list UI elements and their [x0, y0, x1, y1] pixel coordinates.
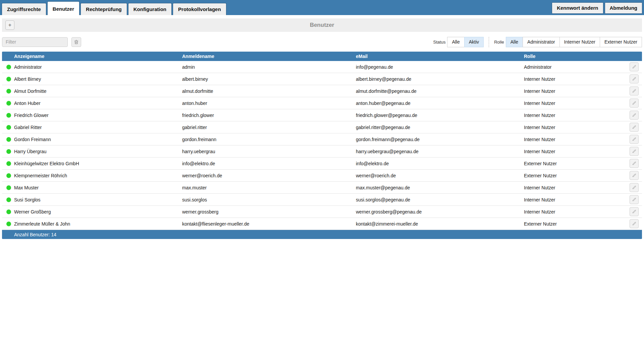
pencil-icon [632, 209, 636, 214]
email-cell: albert.birney@pegenau.de [356, 76, 524, 82]
role-filter-externer-nutzer[interactable]: Externer Nutzer [600, 37, 642, 47]
display-name-cell: Friedrich Glower [14, 113, 182, 118]
display-name-cell: Max Muster [14, 185, 182, 190]
login-name-cell: info@elektro.de [182, 161, 356, 166]
status-cell [2, 222, 14, 226]
display-name-cell: Anton Huber [14, 101, 182, 106]
pencil-icon [632, 101, 636, 105]
column-header-anzeigename: Anzeigename [14, 54, 182, 59]
tab-protokollvorlagen[interactable]: Protokollvorlagen [173, 3, 226, 15]
table-row: Almut Dorfmittealmut.dorfmittealmut.dorf… [2, 85, 642, 97]
status-cell [2, 113, 14, 118]
email-cell: gordon.freimann@pegenau.de [356, 137, 524, 142]
edit-user-button[interactable] [630, 159, 639, 168]
column-header-rolle: Rolle [524, 54, 627, 59]
table-row: Friedrich Glowerfriedrich.glowerfriedric… [2, 109, 642, 121]
tab-konfiguration[interactable]: Konfiguration [128, 3, 172, 15]
display-name-cell: Gordon Freimann [14, 137, 182, 142]
status-cell [2, 77, 14, 81]
edit-cell [627, 86, 642, 96]
role-filter-alle[interactable]: Alle [506, 37, 523, 47]
edit-user-button[interactable] [630, 74, 639, 83]
role-cell: Interner Nutzer [524, 137, 627, 142]
pencil-icon [632, 173, 636, 178]
user-count-label: Anzahl Benutzer: 14 [14, 232, 56, 237]
edit-cell [627, 147, 642, 156]
edit-cell [627, 135, 642, 144]
status-active-dot [6, 222, 11, 226]
pencil-icon [632, 113, 636, 117]
tab-rechteprufung[interactable]: Rechteprüfung [80, 3, 127, 15]
edit-user-button[interactable] [630, 183, 639, 192]
page-header: + Benutzer [2, 18, 642, 32]
status-filter-group: AlleAktiv [447, 37, 484, 47]
email-cell: susi.sorglos@pegenau.de [356, 197, 524, 202]
edit-user-button[interactable] [630, 99, 639, 108]
edit-user-button[interactable] [630, 111, 639, 120]
email-cell: almut.dorfmitte@pegenau.de [356, 88, 524, 94]
login-name-cell: max.muster [182, 185, 356, 190]
status-active-dot [6, 173, 11, 178]
edit-cell [627, 99, 642, 108]
role-cell: Externer Nutzer [524, 161, 627, 166]
edit-cell [627, 74, 642, 83]
role-cell: Interner Nutzer [524, 125, 627, 130]
role-cell: Interner Nutzer [524, 113, 627, 118]
status-cell [2, 161, 14, 166]
table-body: Administratoradmininfo@pegenau.deAdminis… [2, 61, 642, 230]
table-footer: Anzahl Benutzer: 14 [2, 230, 642, 239]
tab-zugriffsrechte[interactable]: Zugriffsrechte [2, 3, 46, 15]
status-filter-aktiv[interactable]: Aktiv [464, 37, 484, 47]
kennwort-andern-button[interactable]: Kennwort ändern [552, 2, 603, 14]
status-cell [2, 149, 14, 154]
role-cell: Externer Nutzer [524, 221, 627, 227]
filter-controls [2, 37, 81, 47]
add-user-button[interactable]: + [5, 20, 14, 30]
table-row: Zimmerleute Müller & Johnkontakt@fliesen… [2, 218, 642, 230]
login-name-cell: almut.dorfmitte [182, 88, 356, 94]
edit-cell [627, 171, 642, 180]
clear-filter-button[interactable] [71, 37, 81, 47]
display-name-cell: Albert Birney [14, 76, 182, 82]
status-cell [2, 197, 14, 202]
page-title: Benutzer [2, 22, 642, 28]
trash-icon [74, 40, 78, 44]
table-row: Albert Birneyalbert.birneyalbert.birney@… [2, 73, 642, 85]
pencil-icon [632, 222, 636, 226]
status-active-dot [6, 209, 11, 214]
edit-cell [627, 62, 642, 71]
edit-cell [627, 207, 642, 216]
edit-user-button[interactable] [630, 135, 639, 144]
edit-cell [627, 195, 642, 204]
role-filter-administrator[interactable]: Administrator [523, 37, 559, 47]
status-filter-alle[interactable]: Alle [447, 37, 464, 47]
edit-user-button[interactable] [630, 195, 639, 204]
edit-user-button[interactable] [630, 86, 639, 96]
table-header-row: AnzeigenameAnmeldenameeMailRolle [2, 52, 642, 61]
tab-benutzer[interactable]: Benutzer [47, 1, 79, 15]
table-row: Harry Übergrauharry.uebergrauharry.ueber… [2, 145, 642, 158]
table-row: Max Mustermax.mustermax.muster@pegenau.d… [2, 182, 642, 194]
edit-user-button[interactable] [630, 147, 639, 156]
role-filter-interner-nutzer[interactable]: Interner Nutzer [559, 37, 600, 47]
pencil-icon [632, 161, 636, 166]
abmeldung-button[interactable]: Abmeldung [605, 2, 643, 14]
email-cell: info@elektro.de [356, 161, 524, 166]
edit-user-button[interactable] [630, 207, 639, 216]
display-name-cell: Zimmerleute Müller & John [14, 221, 182, 227]
email-cell: werner.grossberg@pegenau.de [356, 209, 524, 215]
edit-cell [627, 123, 642, 132]
email-cell: max.muster@pegenau.de [356, 185, 524, 190]
login-name-cell: susi.sorglos [182, 197, 356, 202]
column-header-email: eMail [356, 54, 524, 59]
status-active-dot [6, 77, 11, 81]
status-cell [2, 173, 14, 178]
status-cell [2, 185, 14, 190]
edit-user-button[interactable] [630, 219, 639, 228]
edit-user-button[interactable] [630, 62, 639, 71]
edit-user-button[interactable] [630, 171, 639, 180]
status-active-dot [6, 65, 11, 69]
filter-input[interactable] [2, 37, 68, 47]
edit-user-button[interactable] [630, 123, 639, 132]
table-row: Gabriel Rittergabriel.rittergabriel.ritt… [2, 121, 642, 133]
